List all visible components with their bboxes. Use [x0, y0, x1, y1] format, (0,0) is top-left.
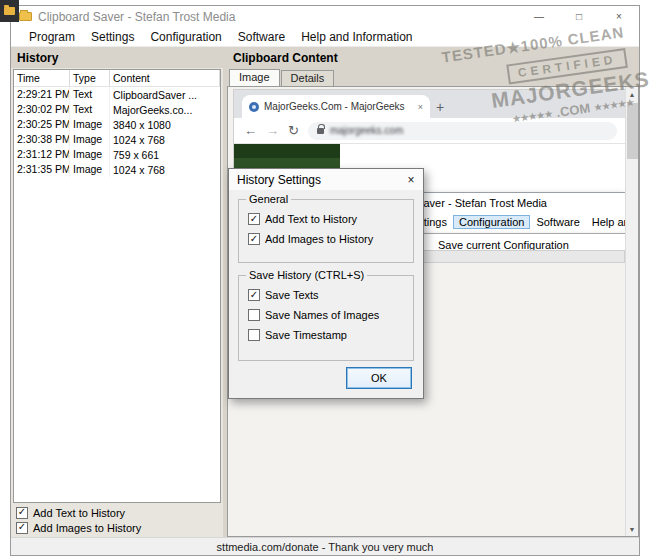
forward-icon: →: [266, 123, 279, 138]
cell-type: Text: [70, 102, 110, 117]
ok-button[interactable]: OK: [346, 367, 412, 389]
checkbox-add-images-to-history[interactable]: ✓ Add Images to History: [16, 522, 218, 534]
configuration-dropdown-menu: Save current Configuration Save current …: [421, 233, 627, 250]
menu-settings[interactable]: Settings: [83, 28, 142, 46]
cell-type: Image: [70, 132, 110, 147]
inner-menu-help: Help and Inf: [586, 215, 626, 229]
check-icon: ✓: [18, 507, 26, 517]
cell-type: Image: [70, 147, 110, 162]
history-settings-dialog: History Settings × General ✓ Add Text to…: [228, 168, 424, 399]
check-icon: ✓: [250, 214, 258, 224]
tab-image[interactable]: Image: [229, 69, 280, 86]
checkbox-box: ✓: [248, 289, 260, 301]
column-header-content[interactable]: Content: [110, 70, 220, 86]
window-controls: — □ ×: [519, 6, 639, 27]
history-row[interactable]: 2:29:21 PM Text ClipboardSaver ...: [14, 87, 220, 102]
cell-time: 2:30:02 PM: [14, 102, 70, 117]
dialog-close-button[interactable]: ×: [399, 169, 423, 190]
minimize-button[interactable]: —: [519, 6, 559, 27]
check-icon: ✓: [250, 234, 258, 244]
vertical-scrollbar-thumb[interactable]: [627, 103, 638, 159]
browser-tabstrip: MajorGeeks.Com - MajorGeeks × +: [234, 90, 627, 118]
checkbox-label: Add Images to History: [33, 522, 141, 534]
history-row[interactable]: 2:30:02 PM Text MajorGeeks.co...: [14, 102, 220, 117]
app-folder-icon: [19, 12, 32, 21]
general-group-label: General: [246, 193, 291, 205]
menu-help[interactable]: Help and Information: [293, 28, 420, 46]
menu-program[interactable]: Program: [21, 28, 83, 46]
checkbox-label: Save Texts: [265, 289, 319, 301]
content-tabs: Image Details: [227, 68, 639, 86]
status-donate-link[interactable]: sttmedia.com/donate - Thank you very muc…: [217, 541, 434, 553]
cell-type: Image: [70, 162, 110, 177]
history-row[interactable]: 2:31:35 PM Image 1024 x 768: [14, 162, 220, 177]
menu-software[interactable]: Software: [230, 28, 293, 46]
inner-menu-software: Software: [530, 215, 585, 229]
padlock-icon: [317, 128, 324, 134]
checkbox-label: Add Text to History: [33, 507, 125, 519]
clipboard-content-header: Clipboard Content: [227, 47, 639, 68]
close-button[interactable]: ×: [599, 6, 639, 27]
checkbox-box: ✓: [248, 329, 260, 341]
majorgeeks-favicon-icon: [249, 102, 259, 112]
cell-content: 1024 x 768: [110, 163, 220, 177]
cell-type: Image: [70, 117, 110, 132]
browser-toolbar: ← → ↻ majorgeeks.com: [234, 118, 627, 144]
cell-time: 2:30:25 PM: [14, 117, 70, 132]
tab-close-icon: ×: [418, 102, 423, 112]
menu-item-save-configuration: Save current Configuration: [422, 236, 626, 250]
dialog-titlebar[interactable]: History Settings ×: [229, 169, 423, 190]
browser-tab: MajorGeeks.Com - MajorGeeks ×: [242, 95, 430, 118]
new-tab-icon: +: [434, 100, 450, 118]
tab-details[interactable]: Details: [281, 70, 335, 86]
general-group: General ✓ Add Text to History ✓ Add Imag…: [238, 199, 414, 263]
column-header-time[interactable]: Time: [14, 70, 70, 86]
cell-time: 2:31:35 PM: [14, 162, 70, 177]
checkbox-add-images-to-history[interactable]: ✓ Add Images to History: [248, 233, 404, 245]
history-panel: History Time Type Content 2:29:21 PM Tex…: [11, 47, 223, 537]
checkbox-save-texts[interactable]: ✓ Save Texts: [248, 289, 404, 301]
checkbox-label: Add Images to History: [265, 233, 373, 245]
cell-content: 1024 x 768: [110, 133, 220, 147]
scroll-up-icon[interactable]: ▲: [626, 87, 638, 101]
cell-time: 2:31:12 PM: [14, 147, 70, 162]
maximize-button[interactable]: □: [559, 6, 599, 27]
history-table: Time Type Content 2:29:21 PM Text Clipbo…: [13, 69, 221, 503]
background-window-fragment: [0, 0, 19, 22]
cell-content: 3840 x 1080: [110, 118, 220, 132]
history-header: History: [11, 47, 223, 68]
window-title: Clipboard Saver - Stefan Trost Media: [38, 10, 235, 24]
save-history-group-label: Save History (CTRL+S): [246, 269, 367, 281]
menu-configuration[interactable]: Configuration: [142, 28, 229, 46]
checkbox-box: ✓: [248, 213, 260, 225]
check-icon: ✓: [250, 290, 258, 300]
history-row[interactable]: 2:30:25 PM Image 3840 x 1080: [14, 117, 220, 132]
history-options: ✓ Add Text to History ✓ Add Images to Hi…: [11, 503, 223, 537]
check-icon: ✓: [18, 522, 26, 532]
cell-content: ClipboardSaver ...: [110, 88, 220, 102]
checkbox-add-text-to-history[interactable]: ✓ Add Text to History: [16, 507, 218, 519]
url-text: majorgeeks.com: [330, 125, 403, 136]
cell-content: 759 x 661: [110, 148, 220, 162]
refresh-icon: ↻: [288, 123, 299, 138]
checkbox-save-names-of-images[interactable]: ✓ Save Names of Images: [248, 309, 404, 321]
history-table-header: Time Type Content: [14, 70, 220, 87]
vertical-scrollbar[interactable]: ▲ ▼: [625, 87, 638, 536]
window-titlebar[interactable]: Clipboard Saver - Stefan Trost Media — □…: [11, 6, 639, 27]
scroll-down-icon[interactable]: ▼: [626, 522, 638, 536]
history-table-empty-space: [14, 177, 220, 502]
cell-type: Text: [70, 87, 110, 102]
checkbox-box: ✓: [16, 507, 28, 519]
checkbox-add-text-to-history[interactable]: ✓ Add Text to History: [248, 213, 404, 225]
folder-icon: [4, 7, 15, 15]
history-row[interactable]: 2:31:12 PM Image 759 x 661: [14, 147, 220, 162]
history-row[interactable]: 2:30:38 PM Image 1024 x 768: [14, 132, 220, 147]
menubar: Program Settings Configuration Software …: [11, 27, 639, 47]
column-header-type[interactable]: Type: [70, 70, 110, 86]
checkbox-box: ✓: [248, 233, 260, 245]
cell-time: 2:29:21 PM: [14, 87, 70, 102]
checkbox-save-timestamp[interactable]: ✓ Save Timestamp: [248, 329, 404, 341]
back-icon: ←: [244, 123, 257, 138]
checkbox-box: ✓: [16, 522, 28, 534]
address-bar: majorgeeks.com: [308, 122, 617, 140]
